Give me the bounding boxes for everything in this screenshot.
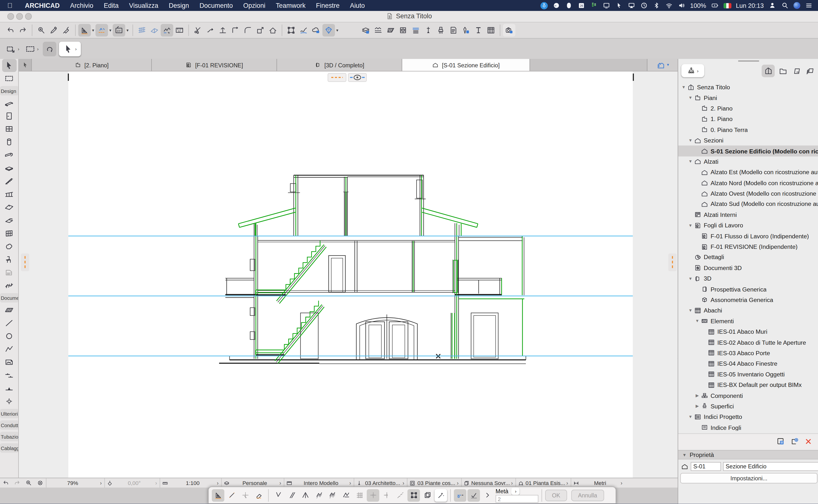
status-zoom[interactable]: 79%› bbox=[46, 478, 104, 488]
clockface-icon[interactable] bbox=[640, 1, 648, 9]
navback-button[interactable] bbox=[0, 479, 11, 487]
ok-button[interactable]: OK bbox=[545, 489, 567, 501]
snap-eraser-button[interactable] bbox=[252, 489, 265, 501]
tool-mesh[interactable] bbox=[2, 279, 16, 292]
delta-icon[interactable]: δ bbox=[541, 2, 548, 9]
section-name-field[interactable] bbox=[723, 462, 818, 471]
corner-button[interactable] bbox=[229, 24, 241, 36]
expand-arrow[interactable]: ▼ bbox=[688, 159, 694, 164]
snap-bbox2-button[interactable] bbox=[421, 489, 434, 501]
roofmaker-button[interactable] bbox=[266, 24, 279, 36]
expand-arrow[interactable]: ▼ bbox=[688, 223, 694, 228]
snap-spec-button[interactable] bbox=[340, 489, 352, 501]
snap-crossg-button[interactable] bbox=[239, 489, 251, 501]
snap-nodeg-button[interactable] bbox=[380, 489, 392, 501]
textstyle-button[interactable] bbox=[472, 24, 485, 36]
section-marker-toggle[interactable] bbox=[328, 73, 346, 82]
menu-design[interactable]: Design bbox=[163, 2, 194, 9]
tree-item-alzato-ovest-modello-con-ricostruzione-a[interactable]: Alzato Ovest (Modello con ricostruzione … bbox=[678, 188, 818, 199]
status-rotation[interactable]: 0,00°› bbox=[104, 478, 160, 488]
navigator-layoutbook-button[interactable] bbox=[790, 65, 803, 77]
schedule-button[interactable] bbox=[485, 24, 497, 36]
toolbox-group-tubazioni[interactable]: Tubazioni bbox=[0, 432, 19, 441]
profile-button[interactable] bbox=[410, 24, 422, 36]
drawing-canvas[interactable]: +6,200 2 Piano +3,100 1 Piano ±0,000 0 P… bbox=[19, 71, 678, 478]
snap-gridsnap-button[interactable] bbox=[353, 489, 365, 501]
tree-item-alzati[interactable]: ▼Alzati bbox=[678, 156, 818, 167]
magiczz-button[interactable] bbox=[161, 24, 173, 36]
snap-ssq-button[interactable] bbox=[212, 489, 224, 501]
scissors-button[interactable] bbox=[191, 24, 204, 36]
snap-scheck-button[interactable] bbox=[467, 489, 480, 501]
tree-item-1-piano[interactable]: 1. Piano bbox=[678, 114, 818, 124]
navigator-projecthouse-button[interactable] bbox=[762, 65, 775, 77]
battery-icon[interactable] bbox=[711, 1, 719, 9]
vol-icon[interactable] bbox=[678, 1, 686, 9]
siri-icon[interactable] bbox=[794, 2, 800, 9]
redo-button[interactable] bbox=[17, 24, 29, 36]
tree-item-dettagli[interactable]: Dettagli bbox=[678, 252, 818, 263]
ruler12-button[interactable]: 12 bbox=[173, 24, 186, 36]
arrow-tool-button[interactable]: › bbox=[59, 41, 81, 56]
menu-archivio[interactable]: Archivio bbox=[65, 2, 99, 9]
toolbox-group-ulteriori[interactable]: Ulteriori bbox=[0, 409, 19, 418]
toolbox-group-documento[interactable]: Documento bbox=[0, 293, 19, 302]
panel-resize-grip[interactable] bbox=[738, 60, 759, 61]
tool-wall[interactable] bbox=[2, 96, 16, 109]
menu-visualizza[interactable]: Visualizza bbox=[124, 2, 163, 9]
planeico-button[interactable] bbox=[148, 24, 161, 36]
tab-overflow-button[interactable] bbox=[19, 59, 32, 71]
expand-arrow[interactable]: ▼ bbox=[681, 85, 687, 90]
istat-icon[interactable] bbox=[590, 1, 598, 9]
level-handle-right[interactable] bbox=[668, 253, 677, 271]
adjust-button[interactable] bbox=[216, 24, 229, 36]
freehand-button[interactable] bbox=[297, 24, 310, 36]
tree-item-superfici[interactable]: ▶Superfici bbox=[678, 401, 818, 412]
tree-item-ies-01-abaco-muri[interactable]: IES-01 Abaco Muri bbox=[678, 326, 818, 337]
navigator-mapfolder-button[interactable] bbox=[776, 65, 789, 77]
tree-item-assonometria-generica[interactable]: Assonometria Generica bbox=[678, 294, 818, 305]
tool-railing[interactable] bbox=[2, 188, 16, 201]
tree-item-ies-05-inventario-oggetti[interactable]: IES-05 Inventario Oggetti bbox=[678, 369, 818, 380]
undo-button[interactable] bbox=[4, 24, 17, 36]
tree-item-senza-titolo[interactable]: ▼Senza Titolo bbox=[678, 82, 818, 93]
tool-morph[interactable] bbox=[2, 240, 16, 253]
italian-flag-icon[interactable] bbox=[723, 3, 731, 8]
view3d-chevron[interactable]: ▾ bbox=[335, 24, 339, 36]
tracker-expand-button[interactable]: › bbox=[512, 488, 520, 495]
menu-archicad[interactable]: ARCHICAD bbox=[20, 2, 65, 9]
bt-icon[interactable] bbox=[653, 1, 660, 9]
tool-arrow[interactable] bbox=[2, 59, 16, 72]
tree-item-componenti[interactable]: ▶Componenti bbox=[678, 390, 818, 401]
expand-arrow[interactable]: ▼ bbox=[688, 276, 694, 281]
airplay-icon[interactable] bbox=[628, 1, 636, 9]
section-limit-right[interactable] bbox=[633, 73, 634, 81]
eye-marker-toggle[interactable] bbox=[348, 73, 367, 82]
tree-item-indice-fogli[interactable]: Indice Fogli bbox=[678, 422, 818, 433]
snap-par2-button[interactable] bbox=[285, 489, 298, 501]
tree-item-alzato-sud-modello-con-ricostruzione-au[interactable]: Alzato Sud (Modello con ricostruzione au bbox=[678, 199, 818, 210]
snap-offm-button[interactable] bbox=[326, 489, 338, 501]
section-id-field[interactable] bbox=[691, 462, 721, 471]
tree-item-documenti-3d[interactable]: Documenti 3D bbox=[678, 263, 818, 273]
tree-item-0-piano-terra[interactable]: 0. Piano Terra bbox=[678, 124, 818, 135]
properties-header[interactable]: ▼ Proprietà bbox=[678, 450, 818, 459]
navigator-publisher-button[interactable] bbox=[803, 65, 816, 77]
pen-button[interactable] bbox=[422, 24, 435, 36]
rotate-tool-button[interactable] bbox=[43, 41, 56, 56]
expand-arrow[interactable]: ▶ bbox=[694, 404, 700, 408]
tool-circle[interactable] bbox=[2, 330, 16, 343]
fillet-button[interactable] bbox=[241, 24, 254, 36]
apple-menu-icon[interactable]:  bbox=[7, 1, 12, 9]
tool-object[interactable] bbox=[2, 253, 16, 266]
tree-item-sezioni[interactable]: ▼Sezioni bbox=[678, 135, 818, 146]
gridico-button[interactable] bbox=[136, 24, 148, 36]
tree-item-indici-progetto[interactable]: ▼Indici Progetto bbox=[678, 412, 818, 422]
tree-item-abachi[interactable]: ▼Abachi bbox=[678, 305, 818, 316]
snap-sref-button[interactable] bbox=[454, 489, 466, 501]
zoomin-button[interactable] bbox=[23, 479, 34, 487]
snap-wand-button[interactable] bbox=[435, 489, 447, 501]
transform-button[interactable] bbox=[285, 24, 297, 36]
menu-edita[interactable]: Edita bbox=[99, 2, 124, 9]
setsquare-button[interactable] bbox=[78, 24, 91, 36]
